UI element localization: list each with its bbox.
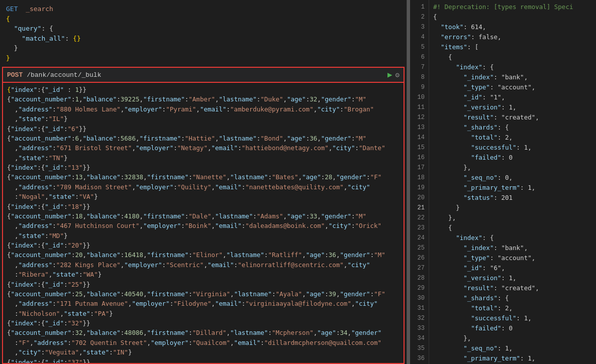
post-url: /bank/account/_bulk bbox=[27, 71, 383, 79]
line-numbers: 1234567891011121314151617181920212223242… bbox=[410, 0, 429, 364]
left-panel: GET _search { "query": { "match_all": {}… bbox=[0, 0, 407, 364]
post-bar: POST /bank/account/_bulk ▶ ⚙ bbox=[2, 67, 405, 83]
settings-button[interactable]: ⚙ bbox=[395, 71, 400, 79]
right-panel: 1234567891011121314151617181920212223242… bbox=[410, 0, 596, 364]
post-body[interactable]: {"index":{"_id" : 1}} {"account_number":… bbox=[2, 83, 405, 364]
get-query-text: GET _search { "query": { "match_all": {}… bbox=[6, 4, 401, 63]
code-area: #! Deprecation: [types removal] Speci{ "… bbox=[429, 0, 596, 364]
post-method: POST bbox=[7, 71, 23, 79]
play-button[interactable]: ▶ bbox=[387, 70, 392, 80]
right-code-text: #! Deprecation: [types removal] Speci{ "… bbox=[433, 2, 592, 364]
get-search-area: GET _search { "query": { "match_all": {}… bbox=[0, 0, 407, 67]
post-body-text: {"index":{"_id" : 1}} {"account_number":… bbox=[7, 85, 400, 364]
right-panel-content: 1234567891011121314151617181920212223242… bbox=[410, 0, 596, 364]
